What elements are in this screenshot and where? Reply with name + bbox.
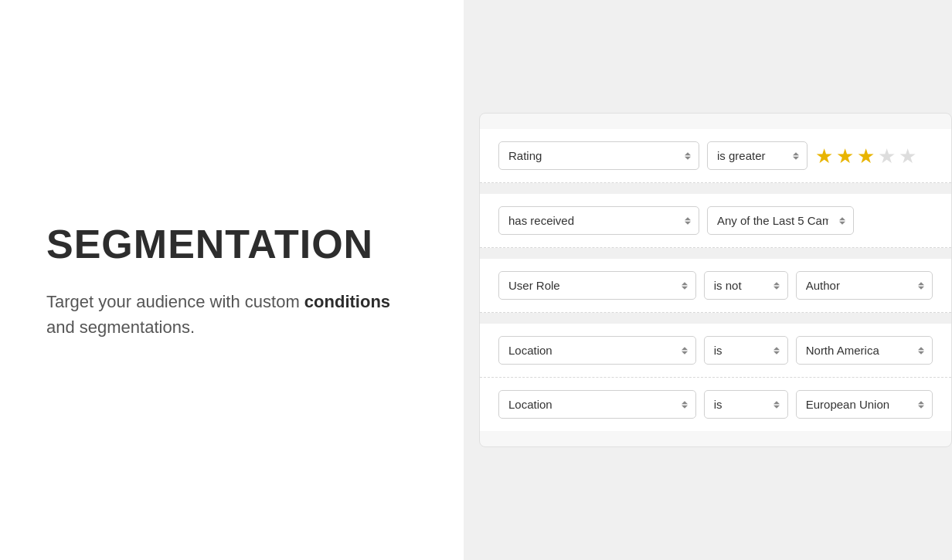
separator-2 (480, 248, 951, 259)
separator-1 (480, 183, 951, 194)
star-4: ★ (878, 146, 896, 166)
rating-operator-select[interactable]: is greater is is not is less (707, 141, 808, 170)
right-panel: Rating Location User Role has received i… (464, 0, 952, 560)
userrole-operator-select[interactable]: is not is is greater is less (704, 271, 788, 300)
page-title: SEGMENTATION (46, 221, 417, 267)
description-text2: and segmentations. (46, 317, 195, 337)
description-text1: Target your audience with custom (46, 292, 304, 311)
page-description: Target your audience with custom conditi… (46, 289, 417, 340)
star-5: ★ (899, 146, 916, 166)
location2-value-select[interactable]: European Union North America Asia Africa (796, 390, 933, 419)
left-panel: SEGMENTATION Target your audience with c… (0, 0, 464, 560)
condition-row-location1: Location Rating User Role has received i… (480, 324, 951, 378)
description-bold: conditions (304, 292, 390, 311)
star-2: ★ (836, 146, 854, 166)
condition-row-received: has received Rating Location User Role A… (480, 194, 951, 248)
stars-value: ★ ★ ★ ★ ★ (815, 146, 916, 166)
conditions-container: Rating Location User Role has received i… (479, 113, 952, 447)
rating-field-select[interactable]: Rating Location User Role has received (498, 141, 699, 170)
star-3: ★ (857, 146, 875, 166)
received-field-select[interactable]: has received Rating Location User Role (498, 206, 699, 235)
location1-field-select[interactable]: Location Rating User Role has received (498, 336, 696, 365)
location1-operator-select[interactable]: is is not is greater is less (704, 336, 788, 365)
condition-row-userrole: User Role Rating Location has received i… (480, 259, 951, 313)
separator-3 (480, 313, 951, 324)
location2-field-select[interactable]: Location Rating User Role has received (498, 390, 696, 419)
userrole-value-select[interactable]: Author Editor Subscriber Admin (796, 271, 933, 300)
condition-row-rating: Rating Location User Role has received i… (480, 129, 951, 183)
location1-value-select[interactable]: North America European Union Asia Africa (796, 336, 933, 365)
location2-operator-select[interactable]: is is not is greater is less (704, 390, 788, 419)
condition-row-location2: Location Rating User Role has received i… (480, 378, 951, 431)
star-1: ★ (815, 146, 833, 166)
userrole-field-select[interactable]: User Role Rating Location has received (498, 271, 696, 300)
received-value-select[interactable]: Any of the Last 5 Campa… Any All (707, 206, 854, 235)
